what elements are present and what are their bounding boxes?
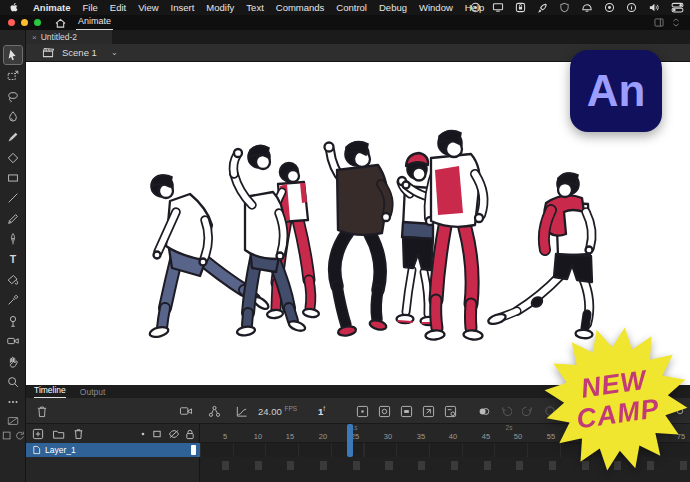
tab-timeline[interactable]: Timeline (34, 385, 66, 398)
ruler-frame-number: 20 (319, 432, 327, 441)
menu-view[interactable]: View (138, 2, 158, 13)
dancer-4 (325, 142, 391, 337)
menu-commands[interactable]: Commands (276, 2, 325, 13)
close-window-button[interactable] (8, 19, 15, 26)
lock-column-icon[interactable] (183, 427, 197, 441)
onion-skin-icon[interactable] (398, 403, 414, 419)
notification-icon[interactable] (581, 2, 593, 13)
menu-modify[interactable]: Modify (206, 2, 234, 13)
shield-icon[interactable] (559, 2, 570, 13)
tool-zoom[interactable] (4, 373, 22, 391)
menu-insert[interactable]: Insert (171, 2, 195, 13)
ruler-frame-number: 30 (384, 432, 392, 441)
visibility-column-icon[interactable] (167, 427, 181, 441)
apple-menu-icon[interactable] (9, 2, 19, 13)
minimize-window-button[interactable] (21, 19, 28, 26)
ruler-frame-number: 10 (254, 432, 262, 441)
tool-line[interactable] (4, 189, 22, 207)
ruler-frame-number: 40 (449, 432, 457, 441)
camera-icon[interactable] (178, 403, 194, 419)
tool-pencil[interactable] (4, 210, 22, 228)
scene-name[interactable]: Scene 1 (62, 47, 97, 58)
tool-selection[interactable] (4, 46, 22, 64)
step-back-icon[interactable] (498, 403, 514, 419)
layer-name[interactable]: Layer_1 (45, 445, 76, 455)
onion-skin-range-icon[interactable] (476, 403, 492, 419)
playhead[interactable] (347, 424, 353, 457)
display-icon[interactable] (492, 2, 504, 13)
delete-icon[interactable] (34, 403, 50, 419)
control-center-icon[interactable] (671, 2, 684, 13)
info-icon[interactable] (626, 2, 637, 13)
tool-lasso[interactable] (4, 88, 22, 106)
center-frame-icon[interactable] (354, 403, 370, 419)
toolbar-option-b-icon[interactable] (1, 426, 13, 444)
document-tab-label: Untitled-2 (41, 32, 77, 42)
volume-icon[interactable] (648, 2, 660, 13)
menu-window[interactable]: Window (419, 2, 453, 13)
tab-output[interactable]: Output (80, 387, 106, 397)
rocket-icon[interactable] (537, 2, 548, 13)
animate-logo-text: An (587, 66, 646, 116)
tool-asset-warp[interactable] (4, 312, 22, 330)
tool-pen[interactable] (4, 230, 22, 248)
menu-items: Animate File Edit View Insert Modify Tex… (25, 2, 484, 13)
outline-column-icon[interactable] (150, 427, 164, 441)
menu-control[interactable]: Control (336, 2, 367, 13)
menu-file[interactable]: File (82, 2, 97, 13)
layer-type-icon (32, 445, 41, 455)
graph-editor-icon[interactable] (233, 403, 249, 419)
svg-text:T: T (10, 253, 17, 265)
menu-edit[interactable]: Edit (110, 2, 126, 13)
scene-dropdown-icon[interactable]: ⌄ (111, 48, 118, 57)
frame-rate[interactable]: 24.00 FPS (258, 405, 297, 417)
tool-eyedropper[interactable] (4, 291, 22, 309)
tool-free-transform[interactable] (4, 67, 22, 85)
menu-animate[interactable]: Animate (33, 2, 70, 13)
tool-ink-bottle[interactable] (4, 271, 22, 289)
close-document-icon[interactable]: × (32, 33, 37, 42)
menubar-status-icons (470, 0, 684, 15)
more-tools-button[interactable] (4, 393, 22, 411)
edit-multiple-frames-icon[interactable] (420, 403, 436, 419)
current-frame: 1f (318, 405, 325, 417)
add-layer-button[interactable] (31, 427, 45, 441)
loop-icon[interactable] (376, 403, 392, 419)
layer-outline-swatch[interactable] (191, 445, 196, 455)
record-icon[interactable] (604, 2, 615, 13)
app-status-icon[interactable] (470, 2, 481, 13)
lock-app-icon[interactable] (515, 2, 526, 13)
dancer-7 (487, 173, 593, 339)
tool-hand[interactable] (4, 353, 22, 371)
promo-starburst-badge: NEW CAMP (533, 316, 690, 482)
document-tab[interactable]: × Untitled-2 (26, 30, 112, 44)
tool-text[interactable]: T (4, 250, 22, 268)
menu-text[interactable]: Text (246, 2, 263, 13)
menu-debug[interactable]: Debug (379, 2, 407, 13)
ruler-frame-number: 45 (482, 432, 490, 441)
ruler-frame-number: 15 (286, 432, 294, 441)
expand-icon[interactable] (672, 18, 680, 27)
tools-panel: T (0, 30, 26, 482)
animate-app-screenshot: Animate File Edit View Insert Modify Tex… (0, 0, 690, 482)
tool-camera[interactable] (4, 332, 22, 350)
app-tab-animate[interactable]: Animate (76, 14, 113, 31)
tool-rectangle[interactable] (4, 169, 22, 187)
frame-settings-icon[interactable] (442, 403, 458, 419)
tool-fluid-brush[interactable] (4, 108, 22, 126)
ruler-frame-number: 50 (514, 432, 522, 441)
delete-layer-button[interactable] (71, 427, 85, 441)
tool-classic-brush[interactable] (4, 128, 22, 146)
ruler-frame-number: 35 (417, 432, 425, 441)
add-folder-button[interactable] (51, 427, 65, 441)
highlight-column-icon[interactable] (136, 427, 150, 441)
rotate-canvas-icon[interactable] (13, 426, 25, 444)
ruler-second: 2s (506, 424, 513, 431)
home-icon[interactable] (55, 18, 66, 28)
tool-eraser[interactable] (4, 149, 22, 167)
layer-row[interactable]: Layer_1 (26, 443, 200, 457)
layer-depth-icon[interactable] (206, 403, 222, 419)
maximize-window-button[interactable] (34, 19, 41, 26)
panel-toggle-icon[interactable] (654, 18, 664, 27)
ruler-frame-number: 5 (223, 432, 227, 441)
